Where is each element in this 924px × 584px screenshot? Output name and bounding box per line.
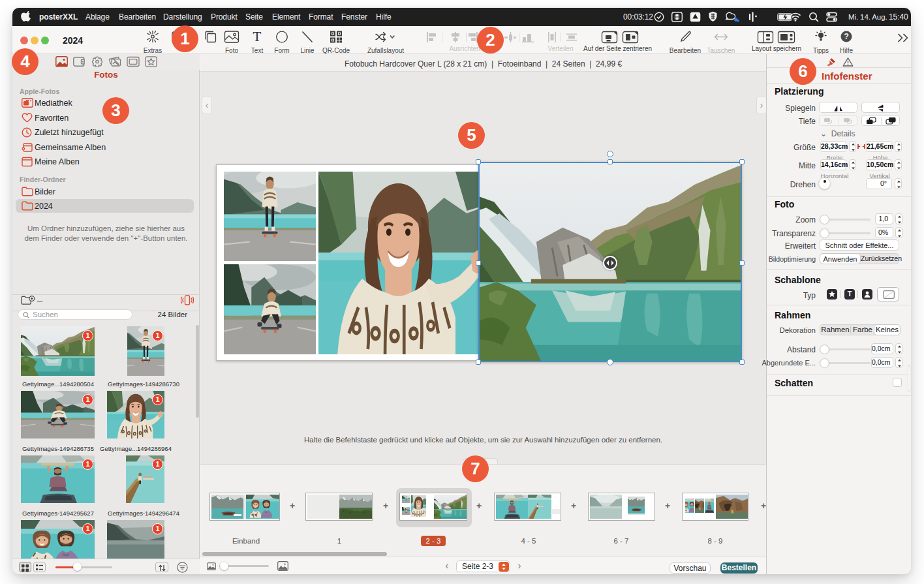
svg-text:?: ? [844,32,849,41]
svg-text:T: T [253,30,262,44]
